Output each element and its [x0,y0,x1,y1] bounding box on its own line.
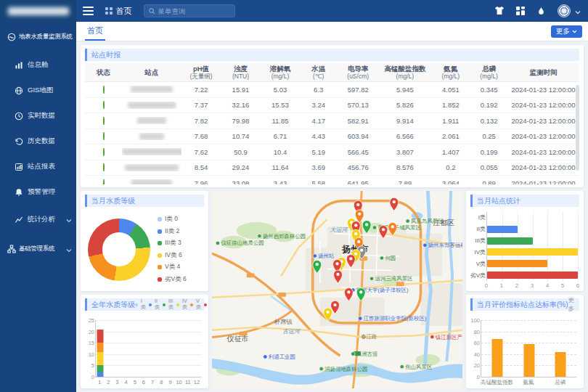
column-unit: (℃) [300,73,337,80]
sidebar-item-0-3[interactable]: 历史数据 [0,128,76,154]
bar-stack [176,320,182,377]
svg-text:扬州东部客运枢纽: 扬州东部客运枢纽 [428,242,462,248]
panel-title: 站点时报 [91,50,121,60]
realtime-data-icon [15,112,23,121]
user-avatar[interactable] [558,4,571,17]
svg-text:运河三湾风景区: 运河三湾风景区 [375,275,414,282]
sidebar-item-0-1[interactable]: GIS地图 [0,78,76,103]
value-cell: 7.89 [379,179,431,184]
city-map[interactable]: 扬州市江都区仪征市朴席镇大运河古运河扬州西郊森林公园仪征捺山地质公园蜀冈唐子城风… [212,191,462,388]
legend-item[interactable]: 劣V类 6 [158,275,187,284]
bar [555,352,566,377]
sidebar-item-0-2[interactable]: 实时数据 [0,103,76,128]
value-cell: 2024-01-23 12:00:00 [507,148,579,156]
legend-item[interactable]: II类 2 [158,227,187,236]
sidebar-item-0-4[interactable]: 站点报表 [0,154,76,179]
x-tick-label: 3 [113,379,121,387]
value-cell: 2024-01-23 12:00:00 [507,163,579,171]
tab-home[interactable]: 首页 [85,22,105,41]
hbar-row: IV类 [487,248,578,256]
legend-item[interactable]: V类 [190,298,201,311]
bar-slot [175,320,184,377]
legend-item[interactable]: III类 [163,298,173,311]
legend-item[interactable]: II类 [149,298,160,311]
station-name-redacted [137,117,166,124]
station-name-cell [122,86,181,93]
sidebar-item-0-6[interactable]: 统计分析 [0,205,76,234]
home-grid-icon [105,7,113,15]
flame-icon[interactable] [536,6,547,17]
bar-stack [106,320,113,377]
x-tick-label: 5 [561,282,564,289]
column-label: 监测时间 [507,68,579,76]
map-label-water: 古运河 [282,328,301,335]
value-cell: 6.566 [379,132,431,140]
value-cell: 11.64 [261,163,300,171]
legend-item[interactable]: III类 3 [158,239,187,248]
layout-dashboard-icon[interactable] [515,6,526,17]
menu-search[interactable] [144,4,235,17]
value-cell: 5.03 [261,86,300,94]
category-label: II类 [468,225,486,233]
legend-item[interactable]: IV类 6 [158,251,187,260]
value-cell: 15.91 [221,86,260,94]
column-header: 总磷(mg/L) [470,65,507,80]
legend-item[interactable]: I类 0 [158,215,187,224]
status-ok-dot [103,132,105,140]
y-tick-label: 10 [83,351,94,357]
sidebar-group-1[interactable]: 基础管理系统 [0,234,76,264]
y-tick-label: 0 [83,374,94,380]
legend-item[interactable]: IV类 [176,298,187,311]
panel-header: 全年水质等级 I类II类III类IV类V类劣V类 [85,298,204,311]
statistics-icon [15,215,23,224]
search-input[interactable] [158,7,230,15]
category-label: III类 [468,237,486,245]
x-tick-label: 12 [192,379,201,387]
collapse-sidebar-button[interactable] [83,7,94,15]
legend-item[interactable]: V类 4 [158,263,187,271]
column-label: 站点 [122,68,181,76]
y-tick-label: 15 [83,340,94,346]
value-cell: 3.69 [300,163,337,171]
bar-slot [192,320,201,377]
tabs-more-button[interactable]: 更多 [551,25,582,38]
svg-text:仪征市: 仪征市 [226,335,249,343]
panel-annual-grade: 全年水质等级 I类II类III类IV类V类劣V类 051015202512345… [81,295,208,388]
station-name-redacted [125,164,179,171]
value-cell: 8.54 [181,163,221,171]
dashboard-lower-grid: 当月水质等级 I类 0II类 2III类 3IV类 6V类 4劣V类 6 全年水… [81,191,584,388]
map-panel[interactable]: 扬州市江都区仪征市朴席镇大运河古运河扬州西郊森林公园仪征捺山地质公园蜀冈唐子城风… [212,191,462,388]
bar-stack [167,320,173,377]
x-tick-label: 总磷 [544,379,576,387]
theme-skin-icon[interactable] [494,6,505,17]
station-name-redacted [139,133,164,140]
user-menu-chevron-icon[interactable] [575,4,581,17]
value-cell: 1.911 [431,117,470,125]
table-scrollbar[interactable] [576,85,579,171]
panel-title: 当月水质等级 [91,196,135,206]
value-cell: 10.74 [221,132,260,140]
station-name-cell [122,148,181,155]
column-header: 溶解氧(mg/L) [261,65,300,80]
breadcrumb[interactable]: 首页 [105,6,132,17]
value-cell: 33.08 [221,179,260,184]
value-cell: 0.192 [470,101,507,109]
bar-stack [491,320,502,377]
bar [487,237,533,245]
tab-bar: 首页 更多 [76,22,588,41]
value-cell: 5.58 [300,179,337,184]
column-label: 浊度 [221,65,260,73]
value-cell: 2024-01-23 12:00:00 [507,117,579,125]
value-cell: 0.055 [470,163,507,171]
legend-item[interactable]: I类 [135,298,146,311]
legend-item[interactable]: 劣V类 [204,295,208,314]
value-cell: 7.22 [181,86,221,94]
sidebar-item-0-5[interactable]: 预警管理 [0,179,76,205]
sidebar-group-0[interactable]: 地表水质量监测系统 [0,22,76,52]
value-cell: 4.43 [300,132,337,140]
sidebar-item-0-0[interactable]: 信息舱 [0,52,76,78]
compliance-more-link[interactable]: 更多 [568,296,575,314]
status-cell [85,132,122,140]
value-cell: 1.852 [431,101,470,109]
value-cell: 7.82 [181,117,221,125]
